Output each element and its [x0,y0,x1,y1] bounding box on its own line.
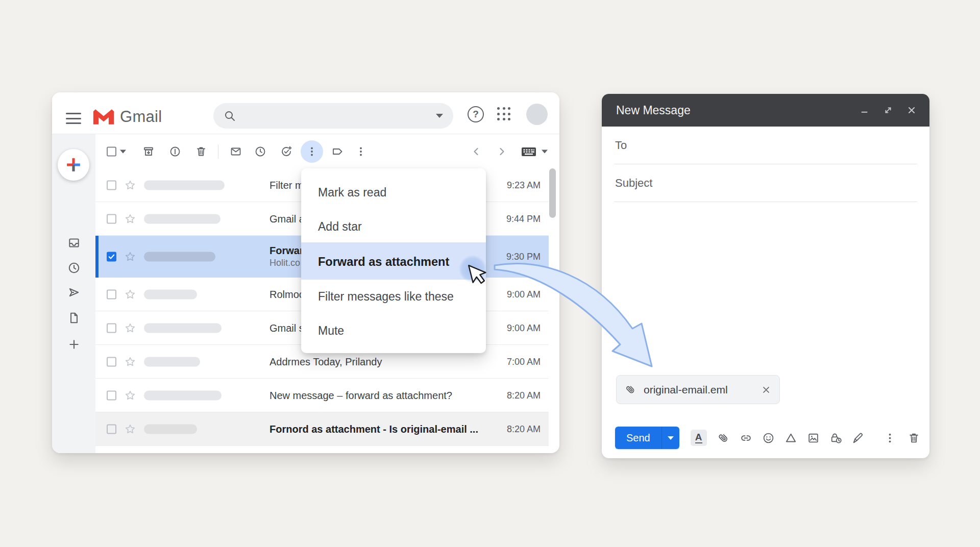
archive-icon[interactable] [142,145,155,158]
subject-field[interactable]: Subject [602,164,929,202]
overflow-menu-icon[interactable] [355,145,367,158]
search-input[interactable] [213,103,453,129]
email-text: Forwar Holit.co [270,244,304,269]
sender-placeholder [144,424,197,434]
sender-placeholder [144,214,220,223]
account-avatar[interactable] [526,104,548,125]
attachment-chip[interactable]: original-email.eml [616,375,780,404]
help-icon[interactable]: ? [468,106,484,122]
compose-title: New Message [616,104,691,117]
context-menu-item[interactable]: Add star [318,216,478,237]
sender-placeholder [144,180,225,190]
row-checkbox[interactable] [107,390,116,400]
confidential-mode-icon[interactable] [829,432,842,444]
check-icon [108,253,115,261]
sender-placeholder [144,323,222,333]
email-time: 9:00 AM [507,322,541,333]
compose-button[interactable] [58,149,89,181]
compose-titlebar[interactable]: New Message [602,94,929,127]
email-time: 9:00 AM [507,289,541,300]
label-icon[interactable] [331,145,344,158]
gmail-m-icon [92,108,115,126]
star-icon[interactable] [124,251,136,263]
row-checkbox[interactable] [107,357,116,366]
insert-photo-icon[interactable] [807,432,820,444]
remove-attachment-icon[interactable] [761,385,771,395]
newer-chevron-icon[interactable] [470,145,482,158]
attach-file-icon[interactable] [715,429,732,446]
snoozed-icon[interactable] [67,261,81,275]
apps-grid-icon[interactable] [497,107,511,121]
context-menu-item[interactable]: Forward as attachment [318,252,478,272]
email-text: Gmail s [270,321,304,334]
input-tools-keyboard-icon[interactable] [521,145,537,158]
star-icon[interactable] [124,423,136,435]
email-subject: Filter m [270,179,304,190]
to-field-label: To [615,139,627,152]
select-caret-icon[interactable] [120,150,126,153]
drafts-icon[interactable] [67,311,81,325]
add-to-tasks-icon[interactable] [280,145,292,158]
subject-field-label: Subject [615,177,652,190]
attachment-filename: original-email.eml [644,384,728,396]
row-checkbox[interactable] [107,424,116,434]
paperclip-icon [622,381,639,398]
context-menu-item[interactable]: Filter messages like these [318,286,478,307]
context-menu-item[interactable]: Mute [318,320,478,341]
star-icon[interactable] [124,213,136,225]
illustration-canvas: Gmail ? [0,0,980,547]
formatting-options-icon[interactable]: A [691,430,707,446]
email-row[interactable]: New message – forward as attachment? 8:2… [95,379,549,412]
email-subject: Forwar [270,245,304,256]
email-time: 9:44 PM [506,213,541,224]
send-options-caret[interactable] [662,427,679,449]
inbox-icon[interactable] [67,236,81,250]
insert-emoji-icon[interactable] [762,432,775,444]
to-field[interactable]: To [602,127,929,164]
older-chevron-icon[interactable] [496,145,508,158]
discard-draft-icon[interactable] [908,432,920,444]
star-icon[interactable] [124,389,136,402]
scrollbar-thumb[interactable] [549,168,556,218]
row-checkbox[interactable] [107,180,116,190]
email-row[interactable]: Fornord as attachment - Is original-emai… [95,412,549,446]
more-actions-icon[interactable] [306,145,318,158]
star-icon[interactable] [124,322,136,334]
multicolor-plus-icon [66,157,81,172]
input-tools-caret-icon[interactable] [542,150,548,153]
context-menu-item[interactable]: Mark as read [318,182,478,203]
row-checkbox[interactable] [107,214,116,223]
select-all-checkbox[interactable] [107,146,116,156]
main-menu-icon[interactable] [66,113,81,124]
search-options-caret-icon[interactable] [436,114,443,118]
email-subject: Addrmes Today, Prilandy [270,356,382,367]
insert-from-drive-icon[interactable] [785,432,797,444]
insert-signature-pen-icon[interactable] [852,432,865,444]
email-subject: New message – forward as attachment? [270,389,452,401]
menu-item-label: Mute [318,324,344,338]
sender-placeholder [144,289,197,299]
delete-icon[interactable] [195,145,207,158]
row-checkbox[interactable] [107,323,116,333]
close-icon[interactable] [906,105,917,116]
report-spam-icon[interactable] [169,145,181,158]
mark-unread-icon[interactable] [230,145,242,158]
row-checkbox[interactable] [107,289,116,299]
more-labels-plus-icon[interactable] [67,338,81,351]
email-text: Fornord as attachment - Is original-emai… [270,422,478,435]
more-options-icon[interactable] [884,432,896,444]
star-icon[interactable] [124,356,136,368]
email-subject: Fornord as attachment - Is original-emai… [270,423,478,434]
insert-link-icon[interactable] [740,432,752,444]
email-time: 7:00 AM [507,356,541,367]
email-time: 9:23 AM [507,180,541,190]
sent-icon[interactable] [67,286,81,299]
send-button[interactable]: Send [615,427,662,449]
row-checkbox[interactable] [107,252,116,262]
star-icon[interactable] [124,288,136,301]
gmail-logo: Gmail [92,108,162,126]
minimize-icon[interactable] [859,105,870,116]
star-icon[interactable] [124,179,136,191]
snooze-icon[interactable] [254,145,266,158]
expand-icon[interactable] [883,105,894,116]
